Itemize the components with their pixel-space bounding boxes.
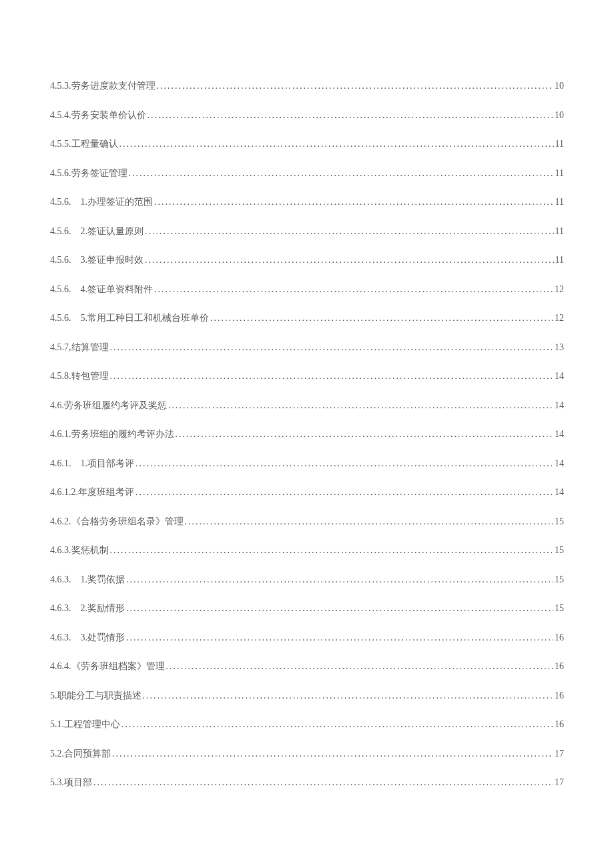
toc-page-number: 14 [555,458,564,469]
toc-item: 4.6.3. 3.处罚情形16 [50,632,564,644]
toc-entry-label: 4.6.3. 1.奖罚依据 [50,574,125,586]
toc-entry-label: 4.6.2.《合格劳务班组名录》管理 [50,516,184,528]
toc-entry-label: 4.5.6. 1.办理签证的范围 [50,196,153,208]
toc-entry-label: 4.5.4.劳务安装单价认价 [50,109,146,121]
toc-page-number: 12 [555,284,564,295]
toc-leader-dots [126,574,553,585]
toc-entry-label: 5.1.工程管理中心 [50,719,120,731]
toc-entry-label: 4.6.3.奖惩机制 [50,544,109,556]
toc-page-number: 13 [555,342,564,353]
toc-page-number: 17 [555,777,564,788]
toc-leader-dots [110,371,554,382]
toc-entry-label: 4.5.6.劳务签证管理 [50,167,127,179]
toc-entry-label: 4.6.4.《劳务班组档案》管理 [50,661,165,673]
toc-entry-label: 4.6.3. 2.奖励情形 [50,602,125,614]
toc-page-number: 11 [555,255,564,266]
toc-leader-dots [112,749,553,759]
toc-leader-dots [157,81,554,91]
toc-item: 5.2.合同预算部17 [50,748,564,760]
toc-item: 4.5.6. 5.常用工种日工和机械台班单价12 [50,312,564,324]
toc-leader-dots [145,255,554,266]
toc-item: 4.5.5.工程量确认11 [50,138,564,150]
toc-leader-dots [210,313,553,324]
toc-item: 4.5.6. 1.办理签证的范围11 [50,196,564,208]
toc-leader-dots [135,458,553,469]
toc-entry-label: 4.5.6. 2.签证认量原则 [50,226,143,238]
toc-leader-dots [143,691,554,701]
toc-page-number: 10 [555,81,564,91]
toc-leader-dots [135,487,553,498]
toc-item: 4.6.1.劳务班组的履约考评办法14 [50,428,564,440]
toc-entry-label: 5.3.项目部 [50,777,92,789]
toc-entry-label: 4.6.1.2.年度班组考评 [50,486,134,498]
toc-item: 4.6.劳务班组履约考评及奖惩14 [50,400,564,412]
toc-leader-dots [166,661,554,672]
toc-item: 5.1.工程管理中心16 [50,719,564,731]
toc-entry-label: 4.5.6. 3.签证申报时效 [50,254,143,266]
toc-page-number: 15 [555,516,564,527]
toc-leader-dots [129,168,554,179]
toc-page-number: 11 [555,197,564,207]
toc-page-number: 16 [555,719,564,730]
toc-leader-dots [154,197,554,207]
toc-item: 4.6.2.《合格劳务班组名录》管理15 [50,516,564,528]
toc-page-number: 16 [555,661,564,672]
toc-leader-dots [93,777,553,788]
toc-entry-label: 4.5.6. 4.签证单资料附件 [50,284,153,296]
toc-page-number: 14 [555,429,564,440]
toc-leader-dots [110,342,554,353]
toc-item: 4.5.8.转包管理14 [50,370,564,382]
toc-item: 4.5.3.劳务进度款支付管理10 [50,80,564,92]
toc-page-number: 16 [555,632,564,643]
toc-page-number: 15 [555,545,564,556]
toc-page-number: 15 [555,574,564,585]
toc-page-number: 14 [555,487,564,498]
toc-leader-dots [121,719,553,730]
toc-entry-label: 5.职能分工与职责描述 [50,690,141,702]
toc-item: 5.职能分工与职责描述16 [50,690,564,702]
toc-item: 4.5.4.劳务安装单价认价10 [50,109,564,121]
toc-leader-dots [154,284,553,295]
toc-page-number: 15 [555,603,564,614]
toc-leader-dots [185,516,554,527]
toc-leader-dots [147,110,554,121]
toc-entry-label: 4.5.5.工程量确认 [50,138,118,150]
toc-item: 4.6.3. 1.奖罚依据15 [50,574,564,586]
toc-page-number: 11 [555,168,564,179]
toc-entry-label: 4.6.3. 3.处罚情形 [50,632,125,644]
toc-item: 4.6.3.奖惩机制15 [50,544,564,556]
toc-entry-label: 4.5.8.转包管理 [50,370,109,382]
toc-item: 4.6.1.2.年度班组考评14 [50,486,564,498]
toc-page-number: 14 [555,371,564,382]
toc-entry-label: 4.5.7,结算管理 [50,342,109,354]
toc-page-number: 10 [555,110,564,121]
toc-leader-dots [110,545,554,556]
toc-leader-dots [119,139,554,149]
toc-item: 4.5.6.劳务签证管理11 [50,167,564,179]
toc-leader-dots [145,226,554,237]
toc-page-number: 11 [555,139,564,149]
toc-entry-label: 4.5.3.劳务进度款支付管理 [50,80,156,92]
toc-page-number: 14 [555,400,564,411]
toc-item: 4.6.1. 1.项目部考评14 [50,458,564,470]
toc-item: 4.5.7,结算管理13 [50,342,564,354]
toc-page-number: 11 [555,226,564,237]
toc-item: 4.5.6. 2.签证认量原则11 [50,226,564,238]
toc-leader-dots [126,603,553,614]
toc-page-number: 16 [555,691,564,701]
toc-leader-dots [168,400,553,411]
toc-item: 4.5.6. 4.签证单资料附件12 [50,284,564,296]
toc-entry-label: 4.6.1.劳务班组的履约考评办法 [50,428,174,440]
toc-leader-dots [126,632,553,643]
toc-leader-dots [176,429,554,440]
toc-entry-label: 4.6.1. 1.项目部考评 [50,458,134,470]
toc-entry-label: 4.6.劳务班组履约考评及奖惩 [50,400,167,412]
toc-item: 4.6.3. 2.奖励情形15 [50,602,564,614]
toc-entry-label: 5.2.合同预算部 [50,748,111,760]
table-of-contents: 4.5.3.劳务进度款支付管理104.5.4.劳务安装单价认价104.5.5.工… [50,80,564,789]
toc-entry-label: 4.5.6. 5.常用工种日工和机械台班单价 [50,312,209,324]
toc-item: 5.3.项目部17 [50,777,564,789]
toc-page-number: 17 [555,749,564,759]
toc-item: 4.5.6. 3.签证申报时效11 [50,254,564,266]
toc-page-number: 12 [555,313,564,324]
